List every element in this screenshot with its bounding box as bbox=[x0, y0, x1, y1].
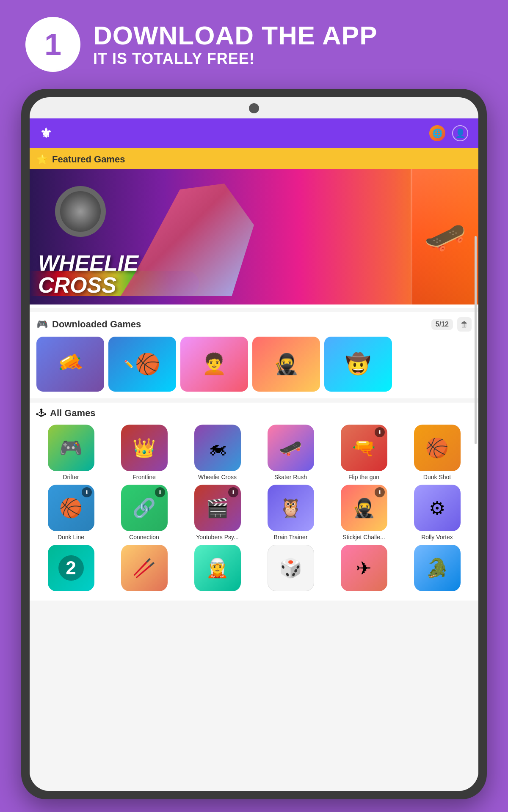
all-games-header: 🕹 All Games bbox=[36, 408, 472, 419]
game-icon-dunkline: ⬇ 🏀 bbox=[48, 485, 94, 531]
featured-section: ⭐ Featured Games WHEELIECROSS bbox=[30, 148, 478, 308]
downloaded-game-5[interactable]: 🤠 bbox=[324, 337, 392, 392]
game-icon-brain: 🦉 bbox=[268, 485, 314, 531]
downloaded-section: 🎮 Downloaded Games 5/12 🗑 🔫 bbox=[30, 312, 478, 398]
downloaded-game-1[interactable]: 🔫 bbox=[36, 337, 104, 392]
downloaded-games-row: 🔫 ✏️ 🏀 🧑‍🦱 bbox=[30, 337, 478, 398]
wheel-decoration bbox=[55, 186, 106, 237]
tablet-frame: ⚜ 🌐 👤 ⭐ Featured Games bbox=[21, 89, 487, 799]
download-badge-youtubers: ⬇ bbox=[228, 487, 238, 497]
download-badge-stickjet: ⬇ bbox=[375, 487, 385, 497]
game-icon-croc: 🐊 bbox=[414, 545, 461, 591]
header-text-block: DOWNLOAD THE APP IT IS TOTALLY FREE! bbox=[93, 21, 378, 68]
game-icon-flipgun: ⬇ 🔫 bbox=[341, 425, 387, 471]
game-icon-stickjet: ⬇ 🥷 bbox=[341, 485, 387, 531]
game-icon-adventure: 🧝 bbox=[194, 545, 241, 591]
gamepad-icon: 🎮 bbox=[36, 319, 48, 330]
game-item-flipgun[interactable]: ⬇ 🔫 Flip the gun bbox=[329, 425, 398, 480]
game-item-brain[interactable]: 🦉 Brain Trainer bbox=[256, 485, 325, 540]
all-games-title: All Games bbox=[50, 408, 96, 419]
game-label-connection: Connection bbox=[129, 534, 159, 540]
game-label-dunkline: Dunk Line bbox=[58, 534, 84, 540]
game-item-drifter[interactable]: 🎮 Drifter bbox=[36, 425, 105, 480]
user-icon[interactable]: 👤 bbox=[452, 125, 468, 141]
header-subtitle: IT IS TOTALLY FREE! bbox=[93, 50, 378, 68]
app-bar: ⚜ 🌐 👤 bbox=[30, 118, 478, 148]
game-label-drifter: Drifter bbox=[63, 474, 79, 480]
games-count: 5/12 bbox=[431, 319, 453, 330]
app-content: ⭐ Featured Games WHEELIECROSS bbox=[30, 148, 478, 791]
game-item-dice[interactable]: 🎲 bbox=[256, 545, 325, 591]
banner-title: WHEELIECROSS bbox=[38, 252, 138, 296]
download-badge-connection: ⬇ bbox=[155, 487, 165, 497]
game-icon-frontline: 👑 bbox=[121, 425, 168, 471]
game-item-skater[interactable]: 🛹 Skater Rush bbox=[256, 425, 325, 480]
game-label-stickjet: Stickjet Challe... bbox=[342, 534, 385, 540]
game-label-rolly: Rolly Vortex bbox=[421, 534, 453, 540]
step-number: 1 bbox=[25, 17, 80, 72]
game-icon-wheelie: 🏍 bbox=[194, 425, 241, 471]
camera-dot bbox=[249, 103, 259, 113]
game-icon-num2: 2 bbox=[48, 545, 94, 591]
controller-icon: 🕹 bbox=[36, 408, 46, 419]
downloaded-game-2[interactable]: ✏️ 🏀 bbox=[108, 337, 176, 392]
downloaded-game-4[interactable]: 🥷 bbox=[252, 337, 320, 392]
game-icon-rolly: ⚙ bbox=[414, 485, 461, 531]
game-item-fly[interactable]: ✈ bbox=[329, 545, 398, 591]
featured-header: ⭐ Featured Games bbox=[30, 148, 478, 169]
featured-title: Featured Games bbox=[52, 154, 125, 165]
game-icon-connection: ⬇ 🔗 bbox=[121, 485, 168, 531]
game-item-stickjet[interactable]: ⬇ 🥷 Stickjet Challe... bbox=[329, 485, 398, 540]
download-badge-flipgun: ⬇ bbox=[375, 427, 385, 437]
game-icon-sticks: 🥢 bbox=[121, 545, 168, 591]
game-label-flipgun: Flip the gun bbox=[348, 474, 379, 480]
game-label-youtubers: Youtubers Psy... bbox=[196, 534, 238, 540]
game-icon-fly: ✈ bbox=[341, 545, 387, 591]
game-icon-drifter: 🎮 bbox=[48, 425, 94, 471]
game-icon-skater: 🛹 bbox=[268, 425, 314, 471]
downloaded-left: 🎮 Downloaded Games bbox=[36, 319, 141, 330]
star-icon: ⭐ bbox=[36, 154, 48, 165]
game-item-dunkshot[interactable]: 🏀 Dunk Shot bbox=[403, 425, 472, 480]
game-item-connection[interactable]: ⬇ 🔗 Connection bbox=[110, 485, 179, 540]
game-item-youtubers[interactable]: ⬇ 🎬 Youtubers Psy... bbox=[183, 485, 252, 540]
game-item-sticks[interactable]: 🥢 bbox=[110, 545, 179, 591]
downloaded-header: 🎮 Downloaded Games 5/12 🗑 bbox=[30, 312, 478, 337]
games-grid-row2: ⬇ 🏀 Dunk Line ⬇ 🔗 Connection bbox=[36, 485, 472, 540]
featured-banner[interactable]: WHEELIECROSS 🛹 bbox=[30, 169, 478, 304]
game-item-croc[interactable]: 🐊 bbox=[403, 545, 472, 591]
game-item-adventure[interactable]: 🧝 bbox=[183, 545, 252, 591]
globe-icon[interactable]: 🌐 bbox=[429, 125, 445, 141]
game-label-skater: Skater Rush bbox=[274, 474, 307, 480]
game-icon-youtubers: ⬇ 🎬 bbox=[194, 485, 241, 531]
header-title: DOWNLOAD THE APP bbox=[93, 21, 378, 50]
tablet-screen: ⚜ 🌐 👤 ⭐ Featured Games bbox=[30, 97, 478, 791]
downloaded-title: Downloaded Games bbox=[52, 319, 141, 330]
app-bar-icons: 🌐 👤 bbox=[429, 125, 468, 141]
game-label-brain: Brain Trainer bbox=[273, 534, 307, 540]
games-grid-row3: 2 🥢 🧝 🎲 bbox=[36, 545, 472, 591]
game-item-wheelie[interactable]: 🏍 Wheelie Cross bbox=[183, 425, 252, 480]
game-item-num2[interactable]: 2 bbox=[36, 545, 105, 591]
app-logo: ⚜ bbox=[40, 125, 53, 141]
game-icon-dice: 🎲 bbox=[268, 545, 314, 591]
banner-overlay bbox=[394, 169, 478, 304]
download-badge-dunkline: ⬇ bbox=[82, 487, 92, 497]
game-label-wheelie: Wheelie Cross bbox=[198, 474, 237, 480]
trash-icon[interactable]: 🗑 bbox=[457, 317, 472, 332]
game-label-frontline: Frontline bbox=[133, 474, 155, 480]
scroll-indicator bbox=[475, 236, 477, 444]
game-item-frontline[interactable]: 👑 Frontline bbox=[110, 425, 179, 480]
header-section: 1 DOWNLOAD THE APP IT IS TOTALLY FREE! bbox=[0, 0, 508, 85]
games-grid-row1: 🎮 Drifter 👑 Frontline 🏍 bbox=[36, 425, 472, 480]
all-games-section: 🕹 All Games 🎮 Drifter 👑 bbox=[30, 403, 478, 601]
downloaded-right: 5/12 🗑 bbox=[431, 317, 472, 332]
game-label-dunkshot: Dunk Shot bbox=[423, 474, 451, 480]
game-icon-dunkshot: 🏀 bbox=[414, 425, 461, 471]
downloaded-game-3[interactable]: 🧑‍🦱 bbox=[180, 337, 248, 392]
game-item-dunkline[interactable]: ⬇ 🏀 Dunk Line bbox=[36, 485, 105, 540]
game-item-rolly[interactable]: ⚙ Rolly Vortex bbox=[403, 485, 472, 540]
